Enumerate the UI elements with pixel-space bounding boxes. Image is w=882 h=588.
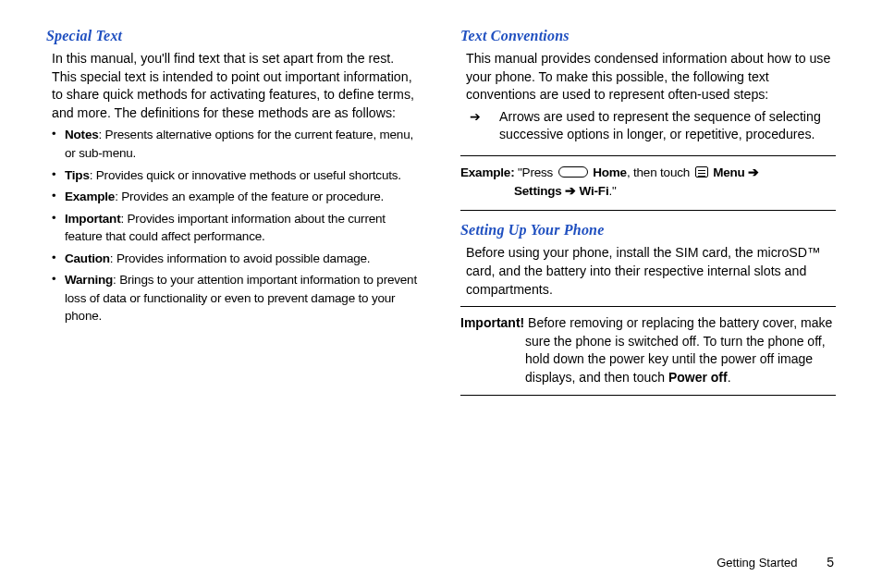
divider — [460, 306, 836, 307]
definition-list: Notes: Presents alternative options for … — [52, 126, 422, 325]
home-label: Home — [590, 165, 627, 179]
wifi-label: Wi-Fi — [576, 184, 608, 198]
term-desc: : Brings to your attention important inf… — [65, 273, 417, 323]
intro-special-text: In this manual, you'll find text that is… — [52, 50, 422, 122]
menu-icon — [695, 166, 708, 178]
heading-special-text: Special Text — [46, 28, 422, 44]
list-item: Notes: Presents alternative options for … — [52, 126, 422, 162]
example-text: "Press — [514, 165, 556, 179]
term-desc: : Provides information to avoid possible… — [110, 251, 371, 265]
sequence-arrow-icon: ➔ — [565, 184, 576, 198]
power-off-label: Power off — [668, 370, 728, 385]
home-button-icon — [558, 166, 588, 178]
important-block: Important! Before removing or replacing … — [460, 314, 836, 386]
example-block: Example: "Press Home, then touch Menu ➔ … — [460, 164, 836, 203]
page-footer: Getting Started 5 — [717, 555, 834, 570]
list-item: Example: Provides an example of the feat… — [52, 188, 422, 206]
term: Tips — [65, 168, 90, 182]
heading-text-conventions: Text Conventions — [460, 28, 836, 44]
divider — [460, 210, 836, 211]
divider — [460, 395, 836, 396]
settings-label: Settings — [514, 184, 565, 198]
heading-setting-up: Setting Up Your Phone — [460, 222, 836, 239]
right-column: Text Conventions This manual provides co… — [460, 28, 836, 403]
menu-label: Menu — [710, 165, 749, 179]
page-number: 5 — [827, 555, 834, 570]
important-label: Important! — [460, 315, 524, 330]
left-column: Special Text In this manual, you'll find… — [46, 28, 422, 403]
footer-section-name: Getting Started — [717, 556, 797, 570]
list-item: Caution: Provides information to avoid p… — [52, 250, 422, 268]
term-desc: : Provides an example of the feature or … — [115, 190, 384, 203]
divider — [460, 155, 836, 156]
sequence-arrow-icon: ➔ — [748, 165, 759, 179]
example-text: , then touch — [627, 165, 693, 179]
list-item: Warning: Brings to your attention import… — [52, 271, 422, 325]
intro-text-conventions: This manual provides condensed informati… — [466, 50, 836, 104]
term: Caution — [65, 251, 110, 265]
arrow-icon: ➔ — [470, 108, 499, 144]
arrow-procedure-row: ➔ Arrows are used to represent the seque… — [470, 108, 836, 144]
list-item: Tips: Provides quick or innovative metho… — [52, 166, 422, 185]
term: Example — [65, 190, 115, 203]
term: Notes — [65, 128, 99, 141]
term-desc: : Provides quick or innovative methods o… — [90, 168, 401, 182]
intro-setting-up: Before using your phone, install the SIM… — [466, 244, 836, 299]
arrow-description: Arrows are used to represent the sequenc… — [499, 108, 836, 144]
term: Important — [65, 212, 120, 226]
example-label: Example: — [460, 165, 514, 179]
term: Warning — [65, 273, 113, 287]
example-text: ." — [608, 184, 616, 198]
list-item: Important: Provides important informatio… — [52, 210, 422, 246]
important-text: . — [728, 370, 731, 385]
term-desc: : Presents alternative options for the c… — [65, 128, 413, 160]
